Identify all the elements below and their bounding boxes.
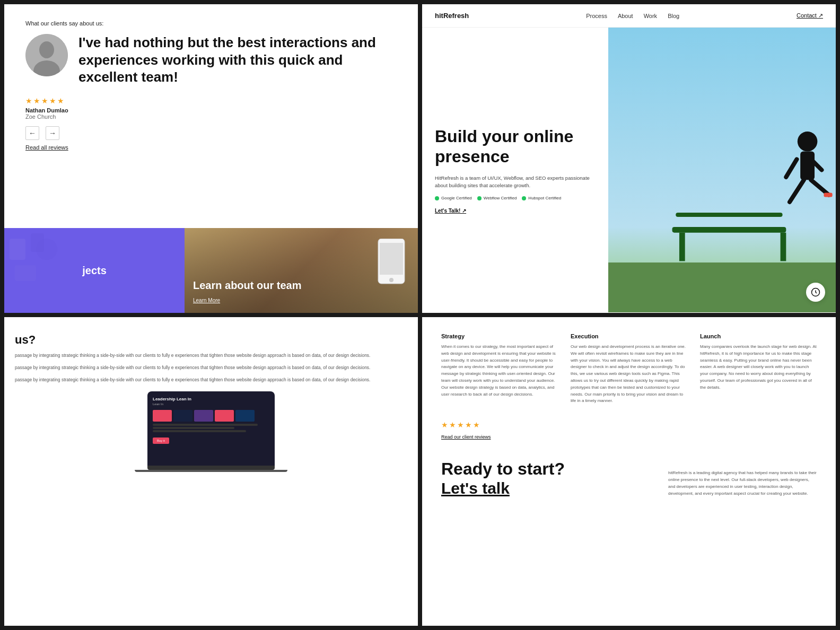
service-execution: Execution Our web design and development… [571,333,687,405]
service-strategy-body: When it comes to our strategy, the most … [441,344,558,398]
laptop-mockup: Leadership Lean In Lean In Buy it [147,391,275,472]
laptop-base [147,466,275,470]
learn-more-link[interactable]: Learn More [193,298,220,303]
client-stars: ★★★★★ [441,421,817,429]
badge-dot-3 [522,196,526,200]
service-strategy-title: Strategy [441,333,558,339]
svg-rect-18 [800,152,815,180]
laptop-subheader: Lean In [153,402,269,406]
laptop-container: Leadership Lean In Lean In Buy it [15,391,407,472]
content-line-2 [153,427,234,429]
panel-bottom-right: Strategy When it comes to our strategy, … [422,317,836,626]
hero-section: Build your online presence HitRefresh is… [422,28,836,312]
reviewer-company: Zoe Church [25,113,397,120]
read-client-reviews-link[interactable]: Read our client reviews [441,434,491,440]
service-launch-body: Many companies overlook the launch stage… [700,344,817,391]
chat-button[interactable] [806,283,825,302]
content-line-1 [153,424,258,426]
cta-ready-text: Ready to start? [441,459,565,479]
body-text-2: passage by integrating strategic thinkin… [15,364,407,371]
reviews-section: ★★★★★ Read our client reviews [441,421,817,441]
prev-arrow[interactable]: ← [25,126,39,140]
hero-desc: HitRefresh is a team of UI/UX, Webflow, … [435,174,596,190]
content-line-3 [153,430,246,432]
panel-top-right: hitRefresh Process About Work Blog Conta… [422,4,836,313]
thumb-1 [153,410,172,422]
thumb-2 [173,410,192,422]
svg-point-1 [39,41,54,58]
nav-blog[interactable]: Blog [668,13,679,19]
hero-left: Build your online presence HitRefresh is… [422,28,608,312]
thumb-5 [235,410,255,422]
svg-rect-12 [608,262,836,312]
body-text-1: passage by integrating strategic thinkin… [15,352,407,359]
nav-contact[interactable]: Contact ↗ [797,12,823,19]
service-launch: Launch Many companies overlook the launc… [700,333,817,405]
svg-rect-23 [824,192,832,197]
nav-links: Process About Work Blog [586,13,679,19]
cta-right: hitRefresh is a leading digital agency t… [668,470,817,497]
hero-title: Build your online presence [435,126,596,167]
card-projects: jects [4,228,185,313]
cta-description: hitRefresh is a leading digital agency t… [668,470,817,497]
panel-bottom-left: us? passage by integrating strategic thi… [4,317,418,626]
cta-lets-talk-link[interactable]: Let's talk [441,479,510,497]
svg-rect-9 [380,243,403,275]
card-team-text: Learn about our team Learn More [193,279,409,304]
navbar: hitRefresh Process About Work Blog Conta… [422,4,836,28]
thumb-4 [215,410,234,422]
panel-top-left: What our clients say about us: I've had … [4,4,418,313]
badge-google: Google Certified [435,196,472,200]
cta-left: Ready to start? Let's talk [441,459,565,497]
service-execution-body: Our web design and development process i… [571,344,687,405]
svg-rect-16 [781,233,786,261]
svg-rect-6 [15,265,36,281]
card-team-title: Learn about our team [193,279,409,292]
badge-google-label: Google Certified [441,196,472,200]
svg-rect-4 [10,239,25,260]
thumb-3 [194,410,213,422]
avatar [25,34,68,76]
service-strategy: Strategy When it comes to our strategy, … [441,333,558,405]
testimonial-label: What our clients say about us: [25,20,397,27]
badge-dot [435,196,439,200]
star-rating: ★★★★★ [25,97,397,105]
thumbnail-row [153,410,269,422]
section-title: us? [15,333,407,347]
nav-process[interactable]: Process [586,13,607,19]
card-team: Learn about our team Learn More [185,228,418,313]
badge-hubspot: Hubspot Certified [522,196,561,200]
laptop-keyboard [135,470,287,472]
service-launch-title: Launch [700,333,817,339]
reviewer-name: Nathan Dumlao [25,107,397,113]
services-grid: Strategy When it comes to our strategy, … [441,333,817,405]
read-reviews-link[interactable]: Read all reviews [25,144,397,151]
laptop-header: Leadership Lean In [153,397,269,401]
cta-section: Ready to start? Let's talk hitRefresh is… [441,459,817,497]
svg-rect-15 [679,233,685,261]
nav-work[interactable]: Work [644,13,657,19]
service-execution-title: Execution [571,333,687,339]
laptop-screen: Leadership Lean In Lean In Buy it [147,391,275,466]
badge-hubspot-label: Hubspot Certified [528,196,561,200]
carousel-navigation: ← → [25,126,397,140]
certification-badges: Google Certified Webflow Certified Hubsp… [435,196,596,200]
testimonial-text: I've had nothing but the best interactio… [78,34,397,86]
hero-image [608,28,836,312]
badge-webflow-label: Webflow Certified [484,196,517,200]
svg-point-17 [798,132,818,152]
svg-point-7 [36,239,57,260]
nav-about[interactable]: About [618,13,633,19]
badge-dot-2 [477,196,482,200]
svg-rect-13 [672,227,786,233]
testimonial-content: I've had nothing but the best interactio… [25,34,397,86]
projects-label: jects [82,265,107,277]
svg-rect-14 [676,213,782,217]
badge-webflow: Webflow Certified [477,196,517,200]
nav-logo: hitRefresh [435,12,469,20]
bottom-cards: jects Learn about our team Learn More [4,228,418,313]
body-text-3: passage by integrating strategic thinkin… [15,377,407,383]
next-arrow[interactable]: → [46,126,59,140]
laptop-button: Buy it [153,438,169,444]
lets-talk-button[interactable]: Let's Talk! ↗ [435,208,596,214]
